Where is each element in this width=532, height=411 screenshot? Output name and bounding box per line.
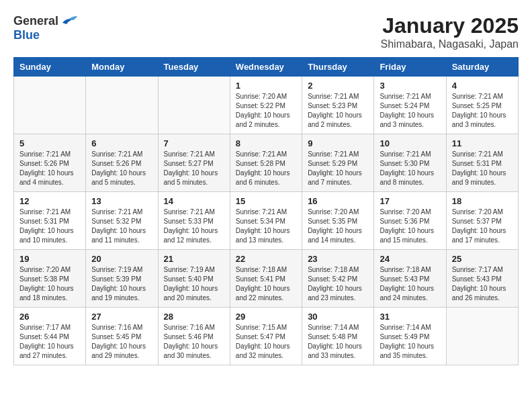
day-number: 23 xyxy=(308,254,368,264)
calendar-cell: 15Sunrise: 7:21 AM Sunset: 5:34 PM Dayli… xyxy=(230,192,302,250)
day-number: 17 xyxy=(380,196,440,206)
day-number: 18 xyxy=(452,196,513,206)
day-info: Sunrise: 7:14 AM Sunset: 5:49 PM Dayligh… xyxy=(380,323,440,361)
day-info: Sunrise: 7:21 AM Sunset: 5:26 PM Dayligh… xyxy=(19,150,80,187)
day-info: Sunrise: 7:17 AM Sunset: 5:44 PM Dayligh… xyxy=(19,323,80,361)
calendar-cell: 4Sunrise: 7:21 AM Sunset: 5:25 PM Daylig… xyxy=(446,77,518,134)
calendar-cell: 22Sunrise: 7:18 AM Sunset: 5:41 PM Dayli… xyxy=(230,250,302,308)
calendar-subtitle: Shimabara, Nagasaki, Japan xyxy=(381,38,519,50)
calendar-week-1: 5Sunrise: 7:21 AM Sunset: 5:26 PM Daylig… xyxy=(14,134,519,192)
header-friday: Friday xyxy=(374,58,446,77)
calendar-cell: 30Sunrise: 7:14 AM Sunset: 5:48 PM Dayli… xyxy=(302,308,374,365)
logo-bird-icon xyxy=(60,13,79,28)
calendar-cell xyxy=(446,308,518,365)
header-tuesday: Tuesday xyxy=(158,58,230,77)
day-info: Sunrise: 7:21 AM Sunset: 5:26 PM Dayligh… xyxy=(91,150,152,187)
calendar-week-4: 26Sunrise: 7:17 AM Sunset: 5:44 PM Dayli… xyxy=(14,308,519,365)
day-number: 22 xyxy=(236,254,296,264)
day-info: Sunrise: 7:21 AM Sunset: 5:25 PM Dayligh… xyxy=(452,92,513,130)
day-info: Sunrise: 7:17 AM Sunset: 5:43 PM Dayligh… xyxy=(452,265,513,303)
day-number: 12 xyxy=(19,196,80,206)
weekday-header-row: Sunday Monday Tuesday Wednesday Thursday… xyxy=(14,58,519,77)
header-wednesday: Wednesday xyxy=(230,58,302,77)
header-saturday: Saturday xyxy=(446,58,518,77)
calendar-cell: 25Sunrise: 7:17 AM Sunset: 5:43 PM Dayli… xyxy=(446,250,518,308)
calendar-cell xyxy=(158,77,230,134)
calendar-cell: 3Sunrise: 7:21 AM Sunset: 5:24 PM Daylig… xyxy=(374,77,446,134)
calendar-cell: 1Sunrise: 7:20 AM Sunset: 5:22 PM Daylig… xyxy=(230,77,302,134)
day-info: Sunrise: 7:16 AM Sunset: 5:46 PM Dayligh… xyxy=(164,323,224,361)
day-number: 30 xyxy=(308,312,368,322)
calendar-cell: 21Sunrise: 7:19 AM Sunset: 5:40 PM Dayli… xyxy=(158,250,230,308)
calendar-cell: 10Sunrise: 7:21 AM Sunset: 5:30 PM Dayli… xyxy=(374,134,446,192)
day-info: Sunrise: 7:21 AM Sunset: 5:31 PM Dayligh… xyxy=(19,208,80,245)
calendar-cell: 12Sunrise: 7:21 AM Sunset: 5:31 PM Dayli… xyxy=(14,192,86,250)
day-info: Sunrise: 7:14 AM Sunset: 5:48 PM Dayligh… xyxy=(308,323,368,361)
header-thursday: Thursday xyxy=(302,58,374,77)
logo: General Blue xyxy=(13,13,79,42)
day-info: Sunrise: 7:21 AM Sunset: 5:29 PM Dayligh… xyxy=(308,150,368,187)
calendar-cell: 23Sunrise: 7:18 AM Sunset: 5:42 PM Dayli… xyxy=(302,250,374,308)
calendar-cell xyxy=(86,77,158,134)
calendar-cell: 9Sunrise: 7:21 AM Sunset: 5:29 PM Daylig… xyxy=(302,134,374,192)
day-info: Sunrise: 7:21 AM Sunset: 5:34 PM Dayligh… xyxy=(236,208,296,245)
calendar-cell: 17Sunrise: 7:20 AM Sunset: 5:36 PM Dayli… xyxy=(374,192,446,250)
day-info: Sunrise: 7:21 AM Sunset: 5:30 PM Dayligh… xyxy=(380,150,440,187)
day-number: 24 xyxy=(380,254,440,264)
day-number: 7 xyxy=(164,138,224,148)
day-info: Sunrise: 7:18 AM Sunset: 5:43 PM Dayligh… xyxy=(380,265,440,303)
day-number: 5 xyxy=(19,138,80,148)
day-info: Sunrise: 7:21 AM Sunset: 5:27 PM Dayligh… xyxy=(164,150,224,187)
day-number: 14 xyxy=(164,196,224,206)
day-number: 16 xyxy=(308,196,368,206)
day-number: 9 xyxy=(308,138,368,148)
calendar-week-3: 19Sunrise: 7:20 AM Sunset: 5:38 PM Dayli… xyxy=(14,250,519,308)
calendar-cell: 19Sunrise: 7:20 AM Sunset: 5:38 PM Dayli… xyxy=(14,250,86,308)
day-number: 21 xyxy=(164,254,224,264)
day-number: 3 xyxy=(380,81,440,91)
header: General Blue January 2025 Shimabara, Nag… xyxy=(13,13,519,50)
day-info: Sunrise: 7:20 AM Sunset: 5:35 PM Dayligh… xyxy=(308,208,368,245)
calendar-week-2: 12Sunrise: 7:21 AM Sunset: 5:31 PM Dayli… xyxy=(14,192,519,250)
day-number: 26 xyxy=(19,312,80,322)
day-number: 8 xyxy=(236,138,296,148)
calendar-cell: 11Sunrise: 7:21 AM Sunset: 5:31 PM Dayli… xyxy=(446,134,518,192)
day-info: Sunrise: 7:20 AM Sunset: 5:22 PM Dayligh… xyxy=(236,92,296,130)
calendar-cell: 5Sunrise: 7:21 AM Sunset: 5:26 PM Daylig… xyxy=(14,134,86,192)
day-info: Sunrise: 7:21 AM Sunset: 5:31 PM Dayligh… xyxy=(452,150,513,187)
title-area: January 2025 Shimabara, Nagasaki, Japan xyxy=(381,13,519,50)
day-info: Sunrise: 7:20 AM Sunset: 5:36 PM Dayligh… xyxy=(380,208,440,245)
calendar-cell: 7Sunrise: 7:21 AM Sunset: 5:27 PM Daylig… xyxy=(158,134,230,192)
calendar-cell: 28Sunrise: 7:16 AM Sunset: 5:46 PM Dayli… xyxy=(158,308,230,365)
day-info: Sunrise: 7:21 AM Sunset: 5:32 PM Dayligh… xyxy=(91,208,152,245)
calendar-cell: 27Sunrise: 7:16 AM Sunset: 5:45 PM Dayli… xyxy=(86,308,158,365)
calendar-cell xyxy=(14,77,86,134)
day-info: Sunrise: 7:19 AM Sunset: 5:39 PM Dayligh… xyxy=(91,265,152,303)
calendar-cell: 16Sunrise: 7:20 AM Sunset: 5:35 PM Dayli… xyxy=(302,192,374,250)
day-number: 2 xyxy=(308,81,368,91)
calendar-cell: 20Sunrise: 7:19 AM Sunset: 5:39 PM Dayli… xyxy=(86,250,158,308)
calendar-cell: 8Sunrise: 7:21 AM Sunset: 5:28 PM Daylig… xyxy=(230,134,302,192)
day-info: Sunrise: 7:16 AM Sunset: 5:45 PM Dayligh… xyxy=(91,323,152,361)
calendar-cell: 26Sunrise: 7:17 AM Sunset: 5:44 PM Dayli… xyxy=(14,308,86,365)
calendar-table: Sunday Monday Tuesday Wednesday Thursday… xyxy=(13,57,519,365)
day-number: 28 xyxy=(164,312,224,322)
day-number: 19 xyxy=(19,254,80,264)
calendar-cell: 6Sunrise: 7:21 AM Sunset: 5:26 PM Daylig… xyxy=(86,134,158,192)
header-sunday: Sunday xyxy=(14,58,86,77)
calendar-cell: 2Sunrise: 7:21 AM Sunset: 5:23 PM Daylig… xyxy=(302,77,374,134)
logo-general: General xyxy=(13,14,58,28)
day-number: 4 xyxy=(452,81,513,91)
logo-blue: Blue xyxy=(13,28,40,42)
day-number: 29 xyxy=(236,312,296,322)
day-number: 25 xyxy=(452,254,513,264)
day-info: Sunrise: 7:20 AM Sunset: 5:37 PM Dayligh… xyxy=(452,208,513,245)
header-monday: Monday xyxy=(86,58,158,77)
day-info: Sunrise: 7:21 AM Sunset: 5:23 PM Dayligh… xyxy=(308,92,368,130)
day-info: Sunrise: 7:19 AM Sunset: 5:40 PM Dayligh… xyxy=(164,265,224,303)
day-number: 31 xyxy=(380,312,440,322)
day-info: Sunrise: 7:18 AM Sunset: 5:42 PM Dayligh… xyxy=(308,265,368,303)
calendar-week-0: 1Sunrise: 7:20 AM Sunset: 5:22 PM Daylig… xyxy=(14,77,519,134)
day-info: Sunrise: 7:20 AM Sunset: 5:38 PM Dayligh… xyxy=(19,265,80,303)
day-number: 13 xyxy=(91,196,152,206)
